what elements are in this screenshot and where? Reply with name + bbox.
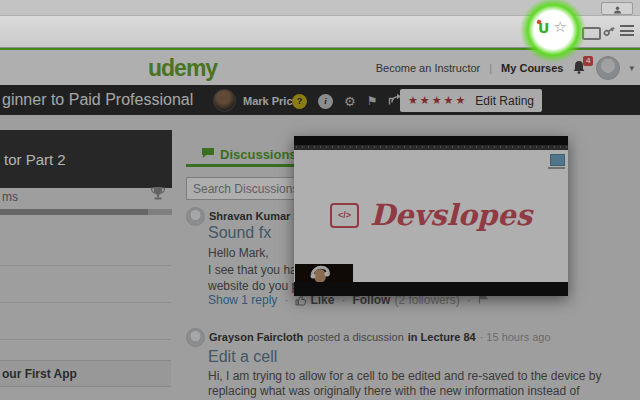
extension-window-icon[interactable] (582, 27, 601, 40)
course-title: ginner to Paid Professional (2, 91, 193, 109)
meta-action: posted a discussion (307, 331, 404, 343)
browser-profile-button[interactable] (601, 2, 633, 15)
header-divider: | (489, 62, 492, 74)
desktop-file-label (548, 167, 565, 169)
video-letterbox-bottom (294, 282, 568, 296)
sidebar-divider (0, 339, 171, 340)
devslopes-brand: </> Devslopes (294, 198, 568, 232)
devslopes-wordmark: Devslopes (370, 198, 532, 232)
udemy-logo[interactable]: udemy (148, 55, 217, 82)
instructor-chip[interactable]: Mark Price (213, 89, 299, 112)
progress-label: ms (2, 190, 18, 204)
discussion-author[interactable]: Grayson Faircloth (209, 331, 303, 343)
notifications-bell-icon[interactable]: 4 (572, 60, 587, 76)
extension-video-popup[interactable]: </> Devslopes (294, 136, 568, 296)
course-progress-bar (0, 209, 172, 215)
sidebar-divider (0, 265, 171, 266)
chevron-down-icon[interactable]: ▾ (629, 63, 634, 73)
become-instructor-link[interactable]: Become an Instructor (376, 62, 481, 74)
avatar (186, 207, 205, 226)
bookmark-star-icon[interactable]: ☆ (553, 20, 566, 35)
my-courses-link[interactable]: My Courses (501, 62, 563, 74)
discussion-body-line: replacing what was originally there with… (208, 384, 580, 398)
discussion-title[interactable]: Edit a cell (208, 348, 277, 366)
tab-discussions-label: Discussions (220, 147, 297, 162)
discussion-title[interactable]: Sound fx (208, 224, 271, 242)
key-extension-icon[interactable] (602, 24, 616, 42)
udemy-site-header: udemy Become an Instructor | My Courses … (0, 50, 640, 85)
edit-rating-label: Edit Rating (475, 94, 534, 108)
instructor-avatar (213, 89, 236, 112)
course-header-bar: ginner to Paid Professional Mark Price ?… (0, 85, 640, 115)
notification-count-badge: 4 (583, 56, 593, 66)
info-icon[interactable]: i (318, 94, 333, 109)
discussion-body-line: Hello Mark, (208, 246, 269, 260)
flag-icon[interactable]: ⚑ (367, 94, 378, 109)
user-avatar[interactable] (596, 56, 620, 80)
instructor-name: Mark Price (243, 95, 299, 107)
meta-timestamp: · 15 hours ago (480, 331, 551, 343)
rating-stars: ★★★★★ (408, 94, 467, 107)
udemy-extension-icon[interactable]: U (538, 21, 549, 35)
active-tab-indicator (186, 164, 298, 167)
separator-dot: · (284, 293, 288, 307)
avatar (186, 328, 205, 347)
help-icon[interactable]: ? (292, 94, 307, 109)
code-brackets-icon: </> (330, 203, 359, 228)
desktop-file-icon (550, 154, 565, 166)
web-page: udemy Become an Instructor | My Courses … (0, 48, 640, 400)
meta-lecture[interactable]: in Lecture 84 (408, 331, 476, 343)
sidebar-section-header[interactable]: our First App (0, 360, 171, 387)
discussion-meta: Grayson Faircloth posted a discussion in… (209, 331, 551, 343)
gear-icon[interactable]: ⚙ (344, 94, 356, 109)
chat-bubble-icon (201, 147, 215, 162)
person-icon (613, 0, 622, 18)
current-lecture-box[interactable]: tor Part 2 (0, 130, 172, 188)
video-content: </> Devslopes (294, 150, 568, 282)
tab-discussions[interactable]: Discussions (201, 147, 297, 162)
sidebar-divider (0, 302, 171, 303)
browser-menu-icon[interactable] (620, 25, 634, 36)
trophy-icon (150, 186, 166, 205)
discussion-body-line: Hi, I am trying to allow for a cell to b… (208, 369, 602, 383)
show-reply-link[interactable]: Show 1 reply (208, 293, 277, 307)
window-frame (0, 0, 640, 16)
video-letterbox-top (294, 136, 568, 145)
edit-rating-button[interactable]: ★★★★★ Edit Rating (400, 89, 542, 112)
course-progress-fill (0, 209, 148, 215)
screenshot-stage: U ☆ udemy Become an Instructor | My Cour… (0, 0, 640, 400)
